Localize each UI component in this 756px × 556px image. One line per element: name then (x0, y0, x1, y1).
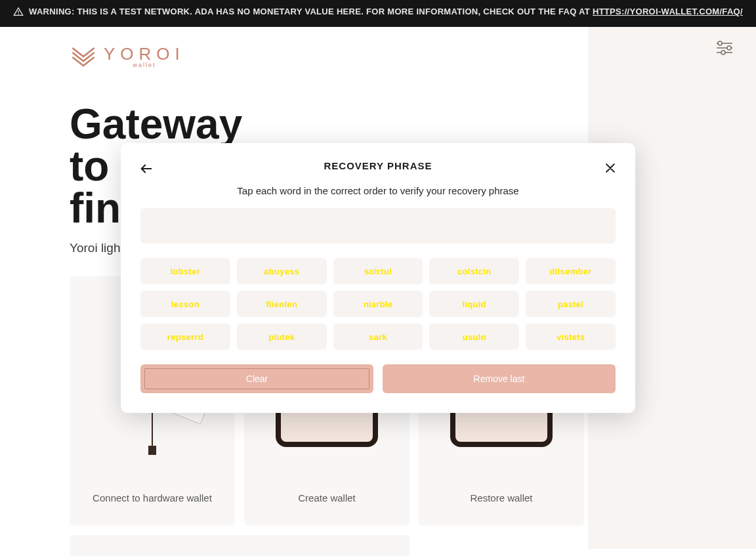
modal-subtitle: Tap each word in the correct order to ve… (140, 185, 616, 196)
back-button[interactable] (136, 159, 156, 181)
recovery-word-chip[interactable]: lobster (140, 258, 230, 284)
recovery-word-chip[interactable]: dilsember (526, 258, 616, 284)
entered-phrase-display (140, 208, 616, 244)
recovery-word-chip[interactable]: abuyess (237, 258, 327, 284)
recovery-phrase-modal: RECOVERY PHRASE Tap each word in the cor… (121, 143, 635, 413)
remove-last-button[interactable]: Remove last (383, 364, 616, 393)
recovery-word-chip[interactable]: sark (333, 324, 423, 350)
recovery-word-chip[interactable]: usulo (429, 324, 519, 350)
modal-title: RECOVERY PHRASE (324, 160, 432, 171)
recovery-word-grid: lobster abuyess solrtul colstcin dilsemb… (140, 258, 616, 350)
clear-button[interactable]: Clear (140, 364, 373, 393)
recovery-word-chip[interactable]: colstcin (429, 258, 519, 284)
recovery-word-chip[interactable]: solrtul (333, 258, 423, 284)
recovery-word-chip[interactable]: lesson (140, 291, 230, 317)
recovery-word-chip[interactable]: niarble (333, 291, 423, 317)
recovery-word-chip[interactable]: vistets (526, 324, 616, 350)
modal-overlay: RECOVERY PHRASE Tap each word in the cor… (0, 0, 756, 556)
recovery-word-chip[interactable]: pastel (526, 291, 616, 317)
recovery-word-chip[interactable]: flienlen (237, 291, 327, 317)
close-button[interactable] (601, 159, 620, 180)
recovery-word-chip[interactable]: plutek (237, 324, 327, 350)
recovery-word-chip[interactable]: liquid (429, 291, 519, 317)
recovery-word-chip[interactable]: repserrd (140, 324, 230, 350)
